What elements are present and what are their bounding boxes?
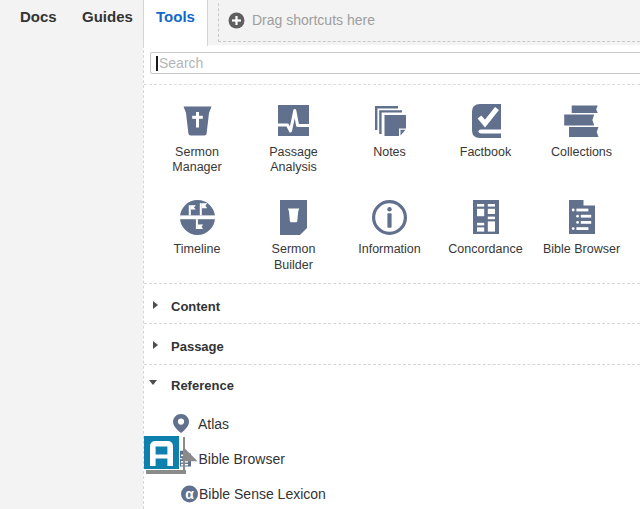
svg-text:α: α (185, 486, 194, 502)
